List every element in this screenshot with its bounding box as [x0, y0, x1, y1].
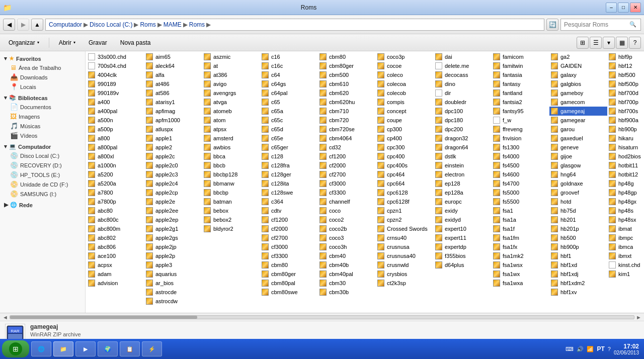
list-item[interactable]: hbf700d — [607, 88, 644, 98]
list-item[interactable]: ibmca — [607, 242, 644, 251]
list-item[interactable]: f355bios — [434, 251, 492, 260]
list-item[interactable]: hbf1xd — [549, 260, 607, 270]
list-item[interactable]: dino — [434, 79, 492, 88]
list-item[interactable]: a7800 — [87, 188, 144, 197]
list-item[interactable]: europc — [434, 197, 492, 206]
list-item[interactable]: einstein — [434, 161, 492, 170]
list-item[interactable]: fs4700 — [492, 179, 549, 188]
list-item[interactable]: batman — [202, 197, 260, 206]
list-item[interactable]: hp48g — [607, 179, 644, 188]
list-item[interactable]: a800pal — [87, 143, 144, 152]
list-item[interactable]: a400 — [87, 98, 144, 107]
list-item[interactable]: hp48gp — [607, 188, 644, 197]
list-item[interactable]: bbcb — [202, 161, 260, 170]
list-item[interactable]: cbm80ger — [318, 61, 376, 70]
list-item[interactable]: ar_bios — [144, 279, 202, 288]
list-item[interactable]: alfa — [144, 70, 202, 79]
list-item[interactable]: apfm1000 — [144, 116, 202, 125]
list-item[interactable]: atarisy1 — [144, 98, 202, 107]
list-item[interactable]: hbf9p — [607, 52, 644, 61]
list-item[interactable]: cf3000 — [260, 242, 318, 251]
list-item[interactable]: c65 — [260, 98, 318, 107]
list-item[interactable]: hb201p — [549, 224, 607, 233]
list-item[interactable]: coco2 — [318, 215, 376, 224]
list-item[interactable]: coco — [318, 206, 376, 215]
list-item[interactable]: coleco — [376, 70, 434, 79]
sidebar-item-i[interactable]: 📀 SAMSUNG (I:) — [0, 189, 85, 199]
list-item[interactable]: dpc200 — [434, 125, 492, 134]
list-item[interactable]: at486 — [144, 79, 202, 88]
list-item[interactable]: dstlk — [434, 152, 492, 161]
list-item[interactable]: fsa1f — [492, 224, 549, 233]
list-item[interactable]: fsa1wsx — [492, 260, 549, 270]
list-item[interactable]: cbm4064 — [318, 134, 376, 143]
list-item[interactable]: at — [202, 61, 260, 70]
sidebar-item-f[interactable]: 📀 Unidade de CD (F:) — [0, 180, 85, 189]
list-item[interactable]: apple3 — [144, 260, 202, 270]
list-item[interactable]: cbm30 — [318, 279, 376, 288]
list-item[interactable]: cpzn1 — [376, 206, 434, 215]
list-item[interactable]: fsa1mk2 — [492, 251, 549, 260]
list-item[interactable]: c364 — [260, 197, 318, 206]
list-item[interactable]: cbm80ger — [260, 270, 318, 279]
list-item[interactable]: dpc180 — [434, 116, 492, 125]
list-item[interactable]: c16c — [260, 61, 318, 70]
list-item[interactable]: hbf500 — [607, 70, 644, 79]
list-item[interactable]: bebox2 — [202, 215, 260, 224]
list-item[interactable]: gameboy — [549, 88, 607, 98]
taskbar-chrome[interactable]: 🌍 — [98, 341, 118, 356]
list-item[interactable]: apple2c0 — [144, 161, 202, 170]
breadcrumb-roms1[interactable]: Roms — [140, 21, 155, 28]
list-item[interactable]: cpc664 — [376, 179, 434, 188]
list-item[interactable]: c128fra — [260, 161, 318, 170]
list-item[interactable]: cbm40b — [318, 260, 376, 270]
list-item[interactable]: coco2b — [318, 224, 376, 233]
list-item[interactable]: apple2p — [144, 251, 202, 260]
network-header[interactable]: ▶ 🌐 Rede — [0, 201, 85, 209]
list-item[interactable]: apple1 — [144, 134, 202, 143]
list-item[interactable]: cbm620hu — [318, 98, 376, 107]
list-item[interactable]: expert11 — [434, 233, 492, 242]
list-item[interactable]: garou — [549, 125, 607, 134]
list-item[interactable]: apple2 — [144, 143, 202, 152]
list-item[interactable]: f_w — [492, 116, 549, 125]
list-item[interactable]: gaxeduel — [549, 134, 607, 143]
list-item[interactable]: c64gs — [260, 79, 318, 88]
list-item[interactable]: fs4000 — [492, 152, 549, 161]
list-item[interactable]: cbm80 — [318, 52, 376, 61]
list-item[interactable]: c128ger — [260, 170, 318, 179]
list-item[interactable]: c65d — [260, 125, 318, 134]
help-button[interactable]: ? — [629, 37, 641, 49]
list-item[interactable]: cf3300 — [318, 188, 376, 197]
list-item[interactable]: coco3 — [318, 233, 376, 242]
list-item[interactable]: gamegeaj — [549, 107, 607, 116]
up-button[interactable]: ▲ — [31, 19, 43, 31]
list-item[interactable]: cbm500 — [318, 70, 376, 79]
list-item[interactable]: cf3300 — [260, 251, 318, 260]
list-item[interactable]: atvga — [202, 98, 260, 107]
list-item[interactable]: at386 — [202, 70, 260, 79]
list-item[interactable]: a800 — [87, 134, 144, 143]
list-item[interactable]: fantsia2 — [492, 98, 549, 107]
maximize-button[interactable]: □ — [618, 3, 629, 13]
list-item[interactable]: apple2gs — [144, 233, 202, 242]
list-item[interactable]: cbm610 — [318, 79, 376, 88]
list-item[interactable]: fsa1 — [492, 206, 549, 215]
list-item[interactable]: cf1200 — [318, 152, 376, 161]
list-item[interactable]: hbf700p — [607, 98, 644, 107]
list-item[interactable]: ep128a — [434, 188, 492, 197]
list-item[interactable]: Crossed Swords — [376, 224, 434, 233]
list-item[interactable]: cpc300 — [376, 143, 434, 152]
sidebar-item-desktop[interactable]: 🖥 Área de Trabalho — [0, 63, 85, 72]
list-item[interactable]: apple2jp — [144, 242, 202, 251]
list-item[interactable]: apple2c4 — [144, 179, 202, 188]
list-item[interactable]: fs5500 — [492, 197, 549, 206]
sidebar-item-musicas[interactable]: 🎵 Músicas — [0, 121, 85, 131]
list-item[interactable]: fsa1wx — [492, 270, 549, 279]
list-item[interactable]: gijoe — [549, 152, 607, 161]
list-item[interactable]: abc800m — [87, 224, 144, 233]
close-button[interactable]: ✕ — [630, 3, 641, 13]
list-item[interactable]: advision — [87, 279, 144, 288]
list-item[interactable]: fs4500 — [492, 161, 549, 170]
back-button[interactable]: ◀ — [3, 19, 15, 31]
